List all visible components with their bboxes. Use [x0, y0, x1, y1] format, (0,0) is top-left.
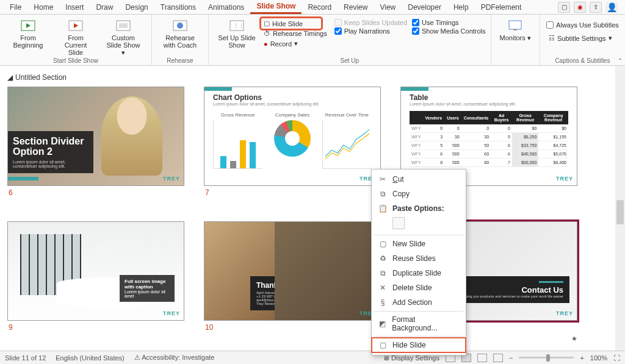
present-icon[interactable]: ▢	[558, 2, 570, 13]
contact-us-sub: Bringing you products and services to ma…	[459, 294, 563, 298]
group-captions: Captions & Subtitles	[555, 57, 610, 64]
svg-point-7	[177, 23, 183, 29]
setup-slideshow-button[interactable]: ⋮⋮ Set Up Slide Show	[214, 17, 260, 50]
account-icon[interactable]: 👤	[605, 2, 618, 13]
use-timings-check[interactable]: Use Timings	[412, 18, 459, 27]
paste-option-button[interactable]	[392, 217, 405, 229]
group-rehearse: Rehearse	[167, 57, 193, 64]
ctx-copy[interactable]: ⧉Copy	[372, 187, 466, 201]
rehearse-coach-button[interactable]: Rehearse with Coach	[157, 17, 203, 50]
custom-show-icon	[115, 18, 132, 33]
bar-chart	[213, 120, 262, 169]
hide-slide-icon: ▢	[264, 20, 270, 27]
view-slideshow-button[interactable]	[493, 354, 503, 362]
ctx-format-bg[interactable]: ◩Format Background...	[372, 313, 466, 335]
paste-icon: 📋	[378, 204, 388, 213]
slide7-sub: Lorem ipsum dolor sit amet, consectetuer…	[213, 102, 372, 106]
view-reading-button[interactable]	[477, 354, 487, 362]
tab-draw[interactable]: Draw	[90, 1, 119, 13]
svg-rect-5	[119, 23, 128, 28]
tab-slideshow[interactable]: Slide Show	[250, 0, 302, 14]
tab-help[interactable]: Help	[447, 1, 475, 13]
tab-design[interactable]: Design	[119, 1, 154, 13]
zoom-slider[interactable]	[519, 357, 574, 359]
record-button[interactable]: ●Record ▾	[261, 38, 300, 49]
status-accessibility[interactable]: ⚠ Accessibility: Investigate	[134, 354, 215, 362]
section-icon: §	[378, 298, 388, 307]
fit-to-window-button[interactable]: ⛶	[613, 354, 620, 362]
monitors-button[interactable]: Monitors ▾	[496, 17, 535, 43]
play-narrations-check[interactable]: Play Narrations	[334, 27, 390, 35]
tab-developer[interactable]: Developer	[402, 1, 447, 13]
slide9-caption-sub: Lorem ipsum dolor sit amet	[125, 290, 170, 298]
tab-home[interactable]: Home	[27, 1, 59, 13]
zoom-level[interactable]: 100%	[590, 354, 607, 362]
vertical-scrollbar[interactable]	[615, 66, 625, 351]
keep-updated-check[interactable]: Keep Slides Updated	[334, 18, 407, 27]
monitor-icon	[507, 18, 524, 33]
slide6-title: Section Divider Option 2	[13, 136, 89, 157]
context-menu: ✂Cut ⧉Copy 📋Paste Options: ▢New Slide ♻R…	[371, 169, 466, 355]
timer-icon: ⏱	[264, 30, 270, 37]
slide-sorter[interactable]: ◢ Untitled Section Section Divider Optio…	[0, 66, 625, 341]
ctx-new-slide[interactable]: ▢New Slide	[372, 237, 466, 251]
slide-10[interactable]: Thank YouApril Hansson+1 23 987 6554apri…	[204, 221, 381, 321]
record-icon[interactable]: ◉	[574, 2, 586, 13]
show-media-check[interactable]: Show Media Controls	[412, 27, 486, 35]
chart2-title: Company Sales	[267, 112, 317, 118]
ctx-hide-slide[interactable]: ▢Hide Slide	[372, 338, 466, 352]
tab-file[interactable]: File	[4, 1, 27, 13]
chart1-title: Gross Revenue	[213, 112, 262, 118]
brand-tag: TREY	[556, 176, 573, 182]
tab-review[interactable]: Review	[338, 1, 374, 13]
from-beginning-button[interactable]: From Beginning	[5, 17, 51, 50]
tab-record[interactable]: Record	[302, 1, 338, 13]
ctx-duplicate[interactable]: ⧉Duplicate Slide	[372, 266, 466, 280]
hide-slide-button[interactable]: ▢Hide Slide	[261, 18, 321, 29]
duplicate-icon: ⧉	[378, 268, 388, 278]
section-header[interactable]: ◢ Untitled Section	[7, 71, 618, 84]
slide-9[interactable]: Full screen image with caption Lorem ips…	[7, 221, 184, 321]
slide6-sub: Lorem ipsum dolor sit amet, consectetuer…	[13, 160, 89, 168]
slide-number: 6	[7, 188, 184, 197]
collapse-ribbon-button[interactable]: ⌃	[618, 57, 623, 64]
brand-tag: TREY	[556, 310, 573, 316]
custom-show-button[interactable]: Custom Slide Show ▾	[100, 17, 146, 57]
cut-icon: ✂	[378, 174, 388, 184]
slide9-caption-title: Full screen image with caption	[125, 279, 170, 290]
share-icon[interactable]: ⇪	[590, 2, 602, 13]
svg-rect-11	[513, 29, 517, 30]
slide8-title: Table	[410, 93, 568, 102]
copy-icon: ⧉	[378, 189, 388, 199]
slide8-sub: Lorem ipsum dolor sit amet, consectetuer…	[410, 102, 568, 106]
slide-number: 10	[204, 323, 381, 332]
chart3-title: Revenue Over Time	[322, 112, 372, 118]
rehearse-timings-button[interactable]: ⏱Rehearse Timings	[261, 29, 330, 38]
record-dot-icon: ●	[264, 40, 268, 48]
status-slide: Slide 11 of 12	[5, 354, 46, 362]
subtitle-settings-button[interactable]: ☷Subtitle Settings ▾	[546, 33, 615, 43]
slide7-title: Chart Options	[213, 93, 372, 102]
from-current-button[interactable]: From Current Slide	[52, 17, 99, 57]
ctx-delete[interactable]: ✕Delete Slide	[372, 280, 466, 295]
slide-6[interactable]: Section Divider Option 2 Lorem ipsum dol…	[7, 87, 184, 186]
tab-view[interactable]: View	[374, 1, 402, 13]
tab-animations[interactable]: Animations	[202, 1, 250, 13]
brand-tag: TREY	[163, 176, 180, 182]
tab-pdfelement[interactable]: PDFelement	[475, 1, 528, 13]
slide-number: 7	[204, 188, 381, 197]
slide-number: 9	[7, 323, 184, 332]
tab-insert[interactable]: Insert	[59, 1, 90, 13]
zoom-in-button[interactable]: +	[580, 354, 583, 362]
ctx-add-section[interactable]: §Add Section	[372, 295, 466, 310]
always-subtitles-check[interactable]: Always Use Subtitles	[546, 21, 619, 29]
ctx-reuse-slides[interactable]: ♻Reuse Slides	[372, 251, 466, 266]
slide-7[interactable]: Chart Options Lorem ipsum dolor sit amet…	[204, 87, 381, 186]
zoom-out-button[interactable]: −	[509, 354, 513, 362]
line-chart	[322, 120, 372, 169]
reuse-icon: ♻	[378, 254, 388, 263]
tab-transitions[interactable]: Transitions	[154, 1, 202, 13]
subtitle-icon: ☷	[549, 34, 555, 42]
ctx-cut[interactable]: ✂Cut	[372, 172, 466, 187]
status-lang[interactable]: English (United States)	[56, 354, 125, 362]
